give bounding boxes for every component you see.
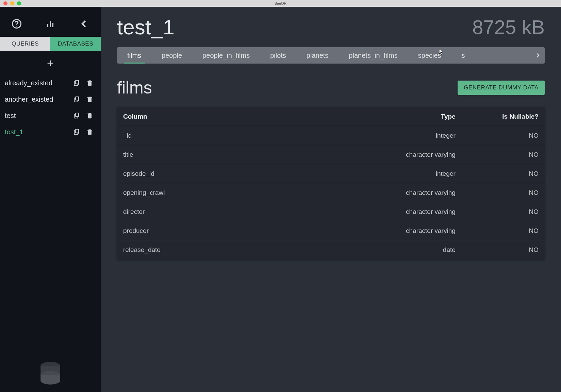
col-header-nullable: Is Nullable? (456, 113, 539, 120)
collapse-sidebar-icon[interactable] (77, 17, 91, 31)
database-item[interactable]: already_existed (0, 75, 101, 91)
schema-header-row: Column Type Is Nullable? (117, 107, 545, 126)
table-tab[interactable]: planets_in_films (339, 47, 408, 64)
schema-row: titlecharacter varyingNO (117, 145, 545, 164)
table-tab[interactable]: people (151, 47, 192, 64)
window-controls (0, 1, 21, 5)
database-item-actions (73, 112, 96, 120)
titlebar: SeeQR (0, 0, 561, 7)
analytics-icon[interactable] (44, 17, 57, 31)
delete-icon[interactable] (86, 128, 94, 136)
column-name: opening_crawl (123, 189, 331, 197)
window-close-button[interactable] (3, 1, 7, 5)
table-name-heading: films (117, 78, 152, 98)
column-type: character varying (331, 151, 456, 158)
database-item-actions (73, 79, 96, 87)
copy-icon[interactable] (73, 95, 81, 103)
add-database-button[interactable]: + (47, 57, 54, 69)
tab-databases[interactable]: DATABASES (50, 37, 101, 51)
column-type: integer (331, 132, 456, 139)
column-name: _id (123, 132, 331, 139)
column-name: producer (123, 227, 331, 235)
table-tab[interactable]: planets (296, 47, 339, 64)
delete-icon[interactable] (86, 95, 94, 103)
schema-row: producercharacter varyingNO (117, 221, 545, 240)
column-nullable: NO (456, 246, 539, 254)
column-type: character varying (331, 189, 456, 197)
table-tab[interactable]: pilots (260, 47, 296, 64)
column-nullable: NO (456, 151, 539, 158)
col-header-column: Column (123, 113, 331, 120)
column-type: character varying (331, 208, 456, 216)
table-tabs-bar: filmspeoplepeople_in_filmspilotsplanetsp… (117, 47, 545, 64)
schema-row: episode_idintegerNO (117, 164, 545, 183)
window-title: SeeQR (274, 1, 286, 5)
column-name: release_date (123, 246, 331, 254)
app-logo-icon (35, 357, 66, 389)
column-type: integer (331, 170, 456, 177)
column-nullable: NO (456, 227, 539, 235)
database-item-label: already_existed (5, 79, 73, 87)
help-icon[interactable] (10, 17, 23, 31)
column-name: director (123, 208, 331, 216)
column-name: episode_id (123, 170, 331, 177)
mouse-cursor-icon (439, 49, 444, 55)
column-nullable: NO (456, 189, 539, 197)
schema-row: _idintegerNO (117, 126, 545, 145)
window-minimize-button[interactable] (10, 1, 14, 5)
copy-icon[interactable] (73, 79, 81, 87)
schema-row: opening_crawlcharacter varyingNO (117, 183, 545, 202)
database-item-label: test (5, 112, 73, 120)
generate-dummy-data-button[interactable]: GENERATE DUMMY DATA (458, 81, 545, 95)
database-item[interactable]: another_existed (0, 91, 101, 107)
schema-table: Column Type Is Nullable? _idintegerNOtit… (117, 107, 545, 259)
column-type: date (331, 246, 456, 254)
sidebar-tabs: QUERIES DATABASES (0, 37, 101, 51)
delete-icon[interactable] (86, 112, 94, 120)
window-zoom-button[interactable] (17, 1, 21, 5)
column-nullable: NO (456, 170, 539, 177)
database-item-label: test_1 (5, 128, 73, 136)
database-list: already_existedanother_existedtesttest_1 (0, 75, 101, 140)
tab-queries[interactable]: QUERIES (0, 37, 50, 51)
svg-point-1 (17, 26, 17, 27)
table-tab[interactable]: species (408, 47, 451, 64)
copy-icon[interactable] (73, 128, 81, 136)
database-item-label: another_existed (5, 96, 73, 103)
database-size-label: 8725 kB (472, 16, 545, 38)
database-name-heading: test_1 (117, 15, 175, 39)
table-tab[interactable]: s (451, 47, 475, 64)
database-item-actions (73, 128, 96, 136)
schema-row: directorcharacter varyingNO (117, 202, 545, 221)
col-header-type: Type (331, 113, 456, 120)
database-item-actions (73, 95, 96, 103)
scroll-tabs-right-button[interactable] (531, 47, 545, 64)
copy-icon[interactable] (73, 112, 81, 120)
database-item[interactable]: test (0, 107, 101, 124)
schema-row: release_datedateNO (117, 240, 545, 259)
delete-icon[interactable] (86, 79, 94, 87)
database-item[interactable]: test_1 (0, 124, 101, 140)
main-content: test_1 8725 kB filmspeoplepeople_in_film… (101, 7, 561, 392)
sidebar: QUERIES DATABASES + already_existedanoth… (0, 7, 101, 392)
table-tab[interactable]: people_in_films (192, 47, 260, 64)
table-tab[interactable]: films (117, 47, 151, 64)
column-nullable: NO (456, 208, 539, 216)
column-nullable: NO (456, 132, 539, 139)
column-type: character varying (331, 227, 456, 235)
column-name: title (123, 151, 331, 158)
